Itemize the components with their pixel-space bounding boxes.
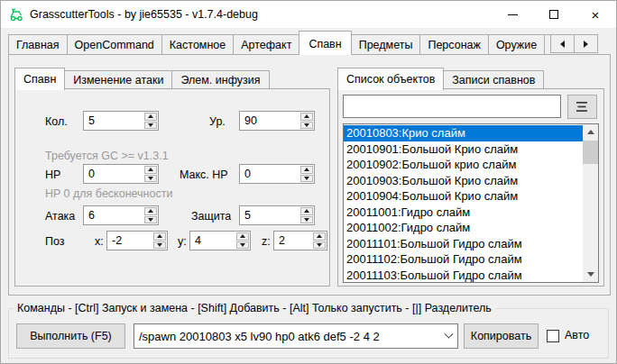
hp-up-icon[interactable]: [144, 166, 157, 174]
maxhp-up-icon[interactable]: [300, 166, 313, 174]
chevron-down-icon[interactable]: [439, 333, 457, 340]
pos-z-value[interactable]: 2: [274, 232, 312, 250]
object-list: 20010803:Крио слайм20010901:Большой Крио…: [344, 125, 583, 282]
filter-button[interactable]: [567, 95, 597, 119]
list-item[interactable]: 20011002:Гидро слайм: [344, 220, 583, 236]
tab-scroll-left-icon[interactable]: [550, 34, 575, 53]
pos-z-stepper[interactable]: 2: [273, 231, 327, 250]
spawn-tab-page: СпавнИзменение атакиЭлем. инфузия Кол. 5…: [8, 54, 611, 296]
atk-label: Атака: [45, 210, 75, 223]
titlebar: GrasscutterTools - by jie65535 - v1.7.4-…: [1, 1, 616, 28]
command-text[interactable]: /spawn 20010803 x5 lv90 hp0 atk6 def5 -2…: [134, 330, 439, 343]
def-up-icon[interactable]: [300, 207, 313, 215]
maxhp-label: Макс. HP: [180, 168, 228, 181]
tab-scroll-right-icon[interactable]: [574, 34, 598, 53]
pos-z-up-icon[interactable]: [313, 232, 326, 241]
list-item[interactable]: 20011103:Большой Гидро слайм: [344, 268, 583, 284]
maximize-icon[interactable]: [533, 1, 575, 28]
close-icon[interactable]: ×: [575, 1, 616, 28]
object-listbox: 20010803:Крио слайм20010901:Большой Крио…: [343, 123, 599, 283]
hp-value[interactable]: 0: [84, 165, 143, 183]
right-tab-Список объектов[interactable]: Список объектов: [337, 68, 444, 90]
object-list-tabs: Список объектовЗаписи спавнов: [337, 67, 543, 89]
pos-z-label: z:: [262, 235, 271, 248]
list-item[interactable]: 20011001:Гидро слайм: [344, 205, 583, 221]
pos-label: Поз: [45, 235, 65, 248]
right-tab-Записи спавнов[interactable]: Записи спавнов: [443, 70, 544, 89]
pos-y-label: y:: [178, 235, 187, 248]
subtab-Элем. инфузия[interactable]: Элем. инфузия: [171, 70, 269, 89]
hp-stepper[interactable]: 0: [83, 164, 159, 184]
list-scrollbar[interactable]: [583, 124, 598, 282]
maxhp-stepper[interactable]: 0: [239, 164, 315, 184]
maxhp-value[interactable]: 0: [240, 165, 299, 183]
qty-up-icon[interactable]: [144, 113, 157, 121]
qty-down-icon[interactable]: [144, 122, 157, 130]
main-tab-Оружие[interactable]: Оружие: [488, 34, 545, 55]
commands-groupbox: Команды - [Ctrl] Запуск и замена - [Shif…: [8, 308, 609, 359]
scroll-down-icon[interactable]: [583, 267, 598, 282]
pos-z-down-icon[interactable]: [313, 241, 326, 250]
level-down-icon[interactable]: [300, 122, 313, 130]
hp-down-icon[interactable]: [144, 175, 157, 183]
level-up-icon[interactable]: [300, 113, 313, 121]
scroll-thumb[interactable]: [583, 141, 598, 164]
def-value[interactable]: 5: [240, 206, 299, 224]
main-tab-Персонаж[interactable]: Персонаж: [419, 34, 488, 55]
pos-y-value[interactable]: 4: [190, 232, 235, 250]
qty-stepper[interactable]: 5: [83, 111, 159, 131]
pos-x-label: x:: [95, 235, 104, 248]
atk-value[interactable]: 6: [84, 206, 143, 224]
minimize-icon[interactable]: [492, 1, 533, 28]
pos-x-up-icon[interactable]: [153, 232, 166, 241]
atk-up-icon[interactable]: [144, 207, 157, 215]
atk-stepper[interactable]: 6: [83, 205, 159, 225]
main-tab-Артефакт[interactable]: Артефакт: [233, 34, 299, 55]
pos-y-stepper[interactable]: 4: [189, 231, 251, 250]
subtab-Спавн[interactable]: Спавн: [14, 68, 65, 90]
list-item[interactable]: 20010803:Крио слайм: [344, 125, 583, 141]
pos-x-value[interactable]: -2: [107, 232, 152, 250]
hp-label: HP: [45, 168, 60, 181]
maxhp-down-icon[interactable]: [300, 175, 313, 183]
def-label: Защита: [191, 210, 231, 223]
auto-checkbox-label[interactable]: Авто: [565, 329, 589, 341]
level-value[interactable]: 90: [240, 112, 299, 130]
command-combobox[interactable]: /spawn 20010803 x5 lv90 hp0 atk6 def5 -2…: [134, 323, 458, 349]
tab-scrollers: [550, 34, 598, 53]
main-tab-Спавн[interactable]: Спавн: [299, 31, 351, 55]
spawn-subtabs: СпавнИзменение атакиЭлем. инфузия: [14, 67, 269, 89]
atk-down-icon[interactable]: [144, 216, 157, 224]
pos-y-up-icon[interactable]: [236, 232, 249, 241]
window-title: GrasscutterTools - by jie65535 - v1.7.4-…: [30, 1, 258, 28]
hp-infinity-note: HP 0 для бесконечности: [45, 187, 172, 200]
filter-lines-icon: [576, 101, 589, 113]
copy-button[interactable]: Копировать: [464, 323, 539, 349]
qty-value[interactable]: 5: [84, 112, 143, 130]
app-logo-icon: [9, 7, 24, 23]
list-item[interactable]: 20010903:Большой Крио слайм: [344, 173, 583, 189]
pos-y-down-icon[interactable]: [236, 241, 249, 250]
main-tabstrip: ГлавнаяOpenCommandКастомноеАртефактСпавн…: [8, 30, 551, 55]
list-item[interactable]: 20010904:Большой Крио слайм: [344, 188, 583, 205]
gc-version-note: Требуется GC >= v1.3.1: [45, 150, 169, 162]
def-down-icon[interactable]: [300, 216, 313, 224]
main-tab-OpenCommand[interactable]: OpenCommand: [67, 34, 162, 55]
pos-x-down-icon[interactable]: [153, 241, 166, 250]
auto-checkbox[interactable]: [547, 330, 559, 342]
level-stepper[interactable]: 90: [239, 111, 315, 131]
list-item[interactable]: 20011102:Большой Гидро слайм: [344, 251, 583, 268]
subtab-Изменение атаки[interactable]: Изменение атаки: [64, 70, 172, 89]
run-button[interactable]: Выполнить (F5): [16, 323, 125, 349]
scroll-up-icon[interactable]: [583, 124, 598, 140]
spawn-subtab-control: СпавнИзменение атакиЭлем. инфузия Кол. 5…: [14, 67, 330, 287]
pos-x-stepper[interactable]: -2: [106, 231, 168, 250]
list-item[interactable]: 20010901:Большой Крио слайм: [344, 141, 583, 158]
list-item[interactable]: 20011101:Большой Гидро слайм: [344, 236, 583, 252]
main-tab-Предметы[interactable]: Предметы: [351, 34, 421, 55]
list-item[interactable]: 20010902:Большой крио слайм: [344, 157, 583, 173]
main-tab-Кастомное[interactable]: Кастомное: [161, 34, 234, 55]
object-search-input[interactable]: [343, 95, 561, 118]
main-tab-Главная[interactable]: Главная: [8, 34, 68, 55]
def-stepper[interactable]: 5: [239, 205, 315, 225]
